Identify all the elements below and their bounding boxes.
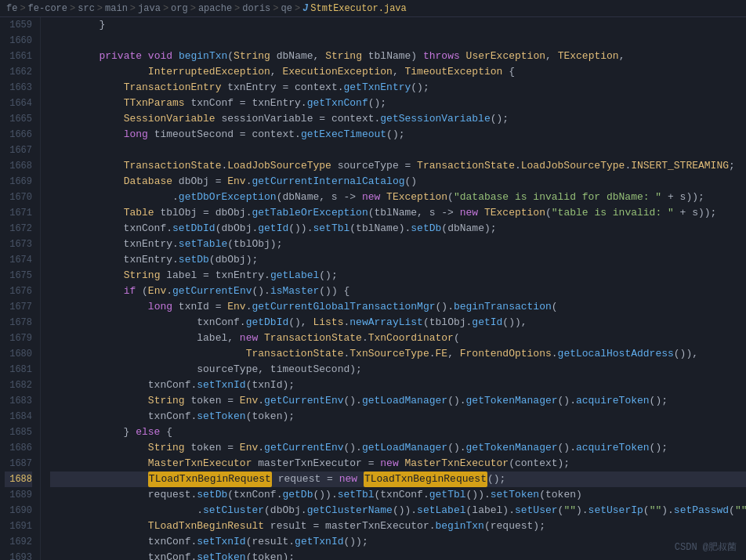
line-number-1663: 1663	[5, 80, 32, 96]
java-file-icon: J	[302, 3, 308, 14]
code-line-1674: txnEntry.setDb(dbObj);	[50, 252, 746, 268]
line-number-1685: 1685	[5, 425, 32, 440]
code-line-1670: .getDbOrException(dbName, s -> new TExce…	[50, 190, 746, 205]
code-line-1680: TransactionState.TxnSourceType.FE, Front…	[50, 346, 746, 362]
breadcrumb-qe[interactable]: qe	[281, 3, 292, 14]
code-line-1688: TLoadTxnBeginRequest request = new TLoad…	[50, 471, 746, 487]
line-number-1675: 1675	[5, 268, 32, 284]
line-number-1680: 1680	[5, 346, 32, 362]
line-number-1688: 1688	[5, 471, 32, 487]
breadcrumb-doris[interactable]: doris	[242, 3, 270, 14]
line-number-1693: 1693	[5, 550, 32, 560]
line-number-1679: 1679	[5, 331, 32, 346]
breadcrumb-src[interactable]: src	[78, 3, 95, 14]
line-number-1670: 1670	[5, 190, 32, 205]
code-line-1682: txnConf.setTxnId(txnId);	[50, 378, 746, 393]
code-line-1679: label, new TransactionState.TxnCoordinat…	[50, 331, 746, 346]
breadcrumb-java[interactable]: java	[138, 3, 161, 14]
code-line-1687: MasterTxnExecutor masterTxnExecutor = ne…	[50, 456, 746, 471]
line-number-1666: 1666	[5, 127, 32, 143]
line-number-1668: 1668	[5, 158, 32, 174]
line-number-1677: 1677	[5, 299, 32, 315]
code-line-1671: Table tblObj = dbObj.getTableOrException…	[50, 205, 746, 221]
code-line-1690: .setCluster(dbObj.getClusterName()).setL…	[50, 503, 746, 518]
code-line-1661: private void beginTxn(String dbName, Str…	[50, 49, 746, 64]
line-number-1660: 1660	[5, 33, 32, 49]
line-number-1689: 1689	[5, 487, 32, 503]
line-numbers: 1659166016611662166316641665166616671668…	[0, 17, 41, 560]
code-line-1664: TTxnParams txnConf = txnEntry.getTxnConf…	[50, 96, 746, 111]
code-line-1678: txnConf.getDbId(), Lists.newArrayList(tb…	[50, 315, 746, 331]
line-number-1665: 1665	[5, 111, 32, 127]
line-number-1674: 1674	[5, 252, 32, 268]
line-number-1684: 1684	[5, 409, 32, 425]
code-line-1663: TransactionEntry txnEntry = context.getT…	[50, 80, 746, 96]
line-number-1692: 1692	[5, 534, 32, 550]
code-line-1683: String token = Env.getCurrentEnv().getLo…	[50, 393, 746, 409]
line-number-1687: 1687	[5, 456, 32, 471]
code-line-1677: long txnId = Env.getCurrentGlobalTransac…	[50, 299, 746, 315]
code-line-1693: txnConf.setToken(token);	[50, 550, 746, 560]
line-number-1671: 1671	[5, 205, 32, 221]
breadcrumb-apache[interactable]: apache	[198, 3, 232, 14]
code-line-1685: } else {	[50, 425, 746, 440]
code-line-1684: txnConf.setToken(token);	[50, 409, 746, 425]
breadcrumb-bar: fe > fe-core > src > main > java > org >…	[0, 0, 746, 17]
code-line-1691: TLoadTxnBeginResult result = masterTxnEx…	[50, 518, 746, 534]
code-line-1667	[50, 143, 746, 158]
code-line-1669: Database dbObj = Env.getCurrentInternalC…	[50, 174, 746, 190]
code-line-1689: request.setDb(txnConf.getDb()).setTbl(tx…	[50, 487, 746, 503]
code-container: 1659166016611662166316641665166616671668…	[0, 17, 746, 560]
code-line-1666: long timeoutSecond = context.getExecTime…	[50, 127, 746, 143]
code-line-1681: sourceType, timeoutSecond);	[50, 362, 746, 378]
code-line-1665: SessionVariable sessionVariable = contex…	[50, 111, 746, 127]
line-number-1683: 1683	[5, 393, 32, 409]
breadcrumb-org[interactable]: org	[171, 3, 188, 14]
line-number-1691: 1691	[5, 518, 32, 534]
breadcrumb-main[interactable]: main	[105, 3, 128, 14]
line-number-1681: 1681	[5, 362, 32, 378]
line-number-1664: 1664	[5, 96, 32, 111]
line-number-1686: 1686	[5, 440, 32, 456]
line-number-1673: 1673	[5, 237, 32, 252]
code-line-1660	[50, 33, 746, 49]
line-number-1662: 1662	[5, 64, 32, 80]
code-area[interactable]: } private void beginTxn(String dbName, S…	[41, 17, 746, 560]
watermark: CSDN @肥叔菌	[675, 540, 737, 554]
line-number-1661: 1661	[5, 49, 32, 64]
breadcrumb-fe-core[interactable]: fe-core	[28, 3, 67, 14]
code-line-1686: String token = Env.getCurrentEnv().getLo…	[50, 440, 746, 456]
code-line-1692: txnConf.setTxnId(result.getTxnId());	[50, 534, 746, 550]
code-line-1675: String label = txnEntry.getLabel();	[50, 268, 746, 284]
breadcrumb-filename[interactable]: StmtExecutor.java	[310, 3, 406, 14]
line-number-1676: 1676	[5, 284, 32, 299]
code-line-1659: }	[50, 17, 746, 33]
code-line-1673: txnEntry.setTable(tblObj);	[50, 237, 746, 252]
line-number-1682: 1682	[5, 378, 32, 393]
breadcrumb-fe[interactable]: fe	[6, 3, 17, 14]
code-line-1672: txnConf.setDbId(dbObj.getId()).setTbl(tb…	[50, 221, 746, 237]
line-number-1659: 1659	[5, 17, 32, 33]
code-line-1662: InterruptedException, ExecutionException…	[50, 64, 746, 80]
code-line-1676: if (Env.getCurrentEnv().isMaster()) {	[50, 284, 746, 299]
line-number-1667: 1667	[5, 143, 32, 158]
line-number-1672: 1672	[5, 221, 32, 237]
line-number-1669: 1669	[5, 174, 32, 190]
line-number-1678: 1678	[5, 315, 32, 331]
code-line-1668: TransactionState.LoadJobSourceType sourc…	[50, 158, 746, 174]
line-number-1690: 1690	[5, 503, 32, 518]
